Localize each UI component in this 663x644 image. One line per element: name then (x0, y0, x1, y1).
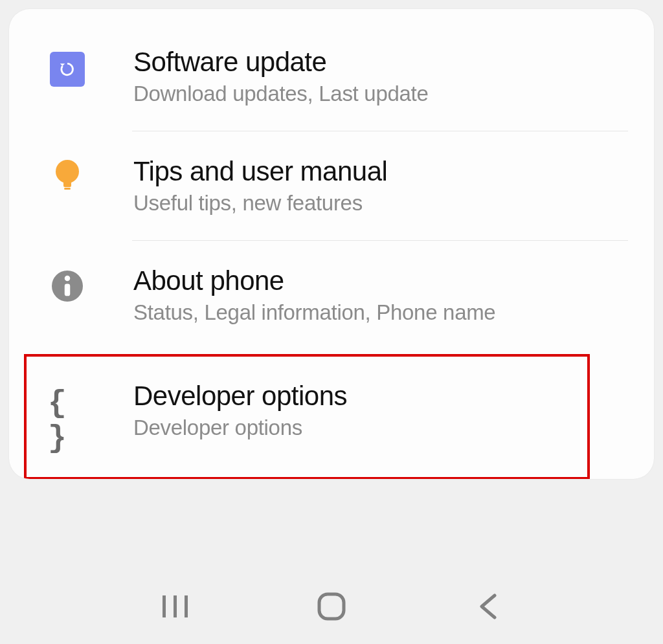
svg-rect-6 (174, 595, 177, 617)
info-icon (48, 265, 87, 302)
braces-icon: { } (48, 381, 87, 456)
refresh-icon (48, 47, 87, 87)
recents-button[interactable] (153, 587, 198, 626)
svg-rect-8 (319, 594, 344, 619)
item-subtitle: Developer options (133, 416, 589, 440)
item-title: Developer options (133, 381, 589, 412)
item-subtitle: Status, Legal information, Phone name (133, 300, 654, 325)
settings-item-software-update[interactable]: Software update Download updates, Last u… (9, 22, 654, 131)
back-button[interactable] (465, 587, 510, 626)
svg-rect-1 (63, 181, 71, 187)
home-button[interactable] (309, 587, 354, 626)
svg-rect-7 (185, 595, 188, 617)
bulb-icon (48, 156, 87, 190)
item-title: About phone (133, 265, 654, 296)
settings-item-tips[interactable]: Tips and user manual Useful tips, new fe… (9, 131, 654, 240)
navigation-bar (0, 587, 663, 626)
settings-item-developer-options[interactable]: { } Developer options Developer options (25, 355, 589, 479)
svg-rect-2 (64, 188, 71, 190)
svg-point-0 (56, 160, 79, 183)
item-title: Tips and user manual (133, 156, 654, 187)
svg-rect-4 (65, 284, 71, 296)
item-subtitle: Useful tips, new features (133, 191, 654, 216)
svg-point-3 (65, 276, 71, 282)
item-subtitle: Download updates, Last update (133, 82, 654, 106)
item-title: Software update (133, 47, 654, 78)
settings-item-about-phone[interactable]: About phone Status, Legal information, P… (9, 241, 654, 350)
svg-rect-5 (163, 595, 166, 617)
settings-card: Software update Download updates, Last u… (9, 9, 654, 479)
